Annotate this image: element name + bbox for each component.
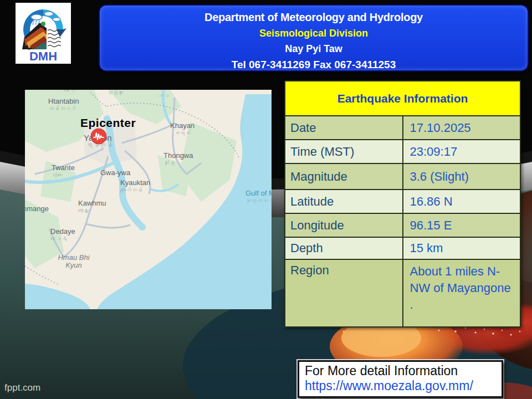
more-info-text: For More detail Information — [305, 364, 496, 378]
table-row-time: Time (MST) 23:09:17 — [285, 140, 520, 163]
row-label: Date — [285, 116, 403, 140]
row-label: Latitude — [285, 190, 403, 213]
map-label-kawhmu: Kawhmuကော့မှူး — [78, 200, 106, 213]
row-value: 23:09:17 — [403, 140, 521, 163]
table-row-date: Date 17.10.2025 — [285, 116, 520, 140]
more-info-box: For More detail Information https://www.… — [298, 360, 503, 398]
row-label: Longitude — [285, 213, 403, 237]
slide: DMH Department of Meteorology and Hydrol… — [0, 0, 532, 399]
map-label-kyauktan: Kyauktanကျောက်တန်း — [120, 179, 150, 193]
table-row-magnitude: Magnitude 3.6 (Slight) — [285, 163, 520, 190]
row-value: 16.86 N — [403, 190, 521, 213]
dmh-logo-icon: DMH — [16, 3, 71, 64]
city-name: Nay Pyi Taw — [100, 43, 528, 55]
table-title: Earthquake Information — [285, 81, 520, 116]
map-label-hmau-bhi-kyun: Hmau Bhi Kyun — [54, 254, 94, 269]
table-row-latitude: Latitude 16.86 N — [285, 190, 520, 213]
row-value: 96.15 E — [403, 213, 521, 237]
map-label-khayan: Khayanခရမ်း — [170, 122, 195, 136]
row-value: 17.10.2025 — [403, 116, 521, 140]
map-label-dedaye: Dedayeဒေးဒရဲ — [50, 228, 75, 242]
row-label: Time (MST) — [285, 140, 403, 163]
division-name: Seismological Division — [100, 28, 528, 39]
contact-numbers: Tel 067-3411269 Fax 067-3411253 — [100, 59, 528, 71]
epicenter-label: Epicenter — [80, 116, 136, 130]
row-label: Magnitude — [285, 163, 403, 190]
epicenter-map: မော်ဘီ လှည်းကူး ကဝ Htantabinထန်းတပင် Kha… — [25, 90, 272, 309]
map-label-thongwa: Thongwaသုံးခွ — [163, 152, 193, 166]
earthquake-info-table: Earthquake Information Date 17.10.2025 T… — [284, 80, 521, 328]
map-label-gwaywa: Gwa-ywa — [100, 169, 130, 177]
row-value: 3.6 (Slight) — [403, 163, 521, 190]
map-label: မော်ဘီ — [64, 90, 75, 94]
map-label-htantabin: Htantabinထန်းတပင် — [48, 98, 79, 111]
moezala-link[interactable]: https://www.moezala.gov.mm/ — [305, 378, 473, 393]
map-label-gulf: Gulf of Maမုတ္တမပင်လ — [245, 190, 272, 203]
row-value-line2: . — [410, 296, 520, 313]
dmh-logo-text: DMH — [29, 49, 57, 63]
map-label: လှည်းကူး — [107, 90, 124, 96]
dmh-logo: DMH — [16, 3, 71, 64]
org-name: Department of Meteorology and Hydrology — [100, 11, 528, 24]
header-banner: Department of Meteorology and Hydrology … — [99, 4, 529, 71]
row-label: Depth — [285, 237, 403, 259]
row-label: Region — [285, 259, 403, 327]
row-value: About 1 miles N-NW of Mayangone . — [403, 259, 521, 327]
table-row-depth: Depth 15 km — [285, 237, 520, 259]
epicenter-marker-icon — [90, 128, 107, 145]
table-row-region: Region About 1 miles N-NW of Mayangone . — [285, 259, 520, 327]
map-art — [25, 90, 272, 309]
map-label: ကဝ — [158, 92, 169, 100]
table-row-longitude: Longitude 96.15 E — [285, 213, 520, 237]
row-value: 15 km — [403, 237, 521, 259]
map-label-twante: Twanteတွံတေး — [52, 164, 75, 178]
fppt-watermark: fppt.com — [4, 382, 40, 393]
map-label-nmange: nmange — [25, 205, 49, 213]
